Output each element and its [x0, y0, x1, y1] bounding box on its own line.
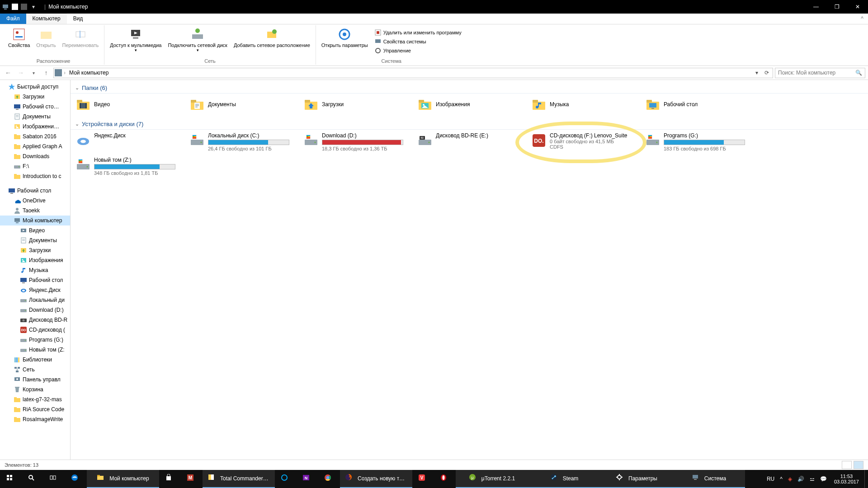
tray-lang[interactable]: RU: [765, 470, 776, 488]
nav-item[interactable]: Загрузки: [0, 92, 70, 102]
uninstall-button[interactable]: Удалить или изменить программу: [372, 28, 464, 37]
drive-item[interactable]: Яндекс.Диск: [73, 131, 187, 152]
nav-item[interactable]: Downloads: [0, 151, 70, 161]
nav-tree[interactable]: Быстрый доступЗагрузкиРабочий сто…Докуме…: [0, 80, 71, 460]
devices-section-header[interactable]: ⌄Устройства и диски (7): [71, 119, 868, 130]
drive-item[interactable]: Programs (G:)183 ГБ свободно из 698 ГБ: [643, 131, 757, 152]
folder-item[interactable]: Рабочий стол: [643, 95, 757, 113]
add-netloc-button[interactable]: Добавить сетевое расположение: [231, 25, 313, 57]
address-bar[interactable]: › Мой компьютер ▾⟳: [53, 68, 773, 78]
tab-view[interactable]: Вид: [67, 14, 90, 24]
folder-item[interactable]: Видео: [73, 95, 187, 113]
nav-item[interactable]: Taoekk: [0, 206, 70, 216]
search-input[interactable]: Поиск: Мой компьютер🔍: [775, 68, 865, 78]
taskbar-item[interactable]: Total Commander (…: [203, 470, 275, 488]
minimize-button[interactable]: —: [806, 0, 826, 14]
nav-item[interactable]: Корзина: [0, 385, 70, 394]
view-large-button[interactable]: [854, 461, 863, 469]
nav-item[interactable]: Рабочий стол: [0, 275, 70, 285]
nav-item[interactable]: DOCD-дисковод (: [0, 325, 70, 335]
nav-item[interactable]: Introduction to c: [0, 171, 70, 181]
nav-item[interactable]: Изображения: [0, 255, 70, 265]
taskbar-item[interactable]: N: [297, 470, 318, 488]
taskbar-item[interactable]: [65, 470, 87, 488]
nav-item[interactable]: Мой компьютер: [0, 216, 70, 225]
nav-item[interactable]: Сеть: [0, 365, 70, 375]
nav-item[interactable]: latex-g7-32-mas: [0, 394, 70, 404]
taskbar-item[interactable]: Система: [673, 470, 745, 488]
taskbar-item[interactable]: Создать новую те…: [340, 470, 412, 488]
nav-item[interactable]: F:\: [0, 161, 70, 171]
nav-item[interactable]: Рабочий стол: [0, 186, 70, 196]
manage-button[interactable]: Управление: [372, 46, 464, 55]
nav-item[interactable]: Документы: [0, 112, 70, 122]
taskbar-item[interactable]: [275, 470, 297, 488]
folder-item[interactable]: Изображения: [415, 95, 529, 113]
tray-action-icon[interactable]: 💬: [818, 470, 829, 488]
taskbar-item[interactable]: Мой компьютер: [87, 470, 159, 488]
taskbar-item[interactable]: [159, 470, 181, 488]
sys-props-button[interactable]: Свойства системы: [372, 37, 464, 46]
view-details-button[interactable]: [842, 461, 852, 469]
drive-item[interactable]: DO.CD-дисковод (F:) Lenovo_Suite0 байт с…: [529, 131, 643, 152]
taskbar-item[interactable]: [318, 470, 340, 488]
forward-button[interactable]: →: [15, 67, 26, 78]
drive-item[interactable]: Новый том (Z:)348 ГБ свободно из 1,81 ТБ: [73, 156, 187, 177]
nav-item[interactable]: RiA Source Code: [0, 404, 70, 414]
content-pane[interactable]: ⌄Папки (6) ВидеоДокументыЗагрузкиИзображ…: [71, 80, 868, 460]
nav-item[interactable]: Видео: [0, 225, 70, 235]
taskbar-item[interactable]: [0, 470, 22, 488]
open-settings-button[interactable]: Открыть параметры: [319, 25, 371, 57]
drive-item[interactable]: Download (D:)18,3 ГБ свободно из 1,36 ТБ: [301, 131, 415, 152]
breadcrumb[interactable]: Мой компьютер: [67, 70, 110, 76]
tray-avira-icon[interactable]: ◈: [786, 470, 794, 488]
nav-item[interactable]: Музыка: [0, 265, 70, 275]
taskbar-item[interactable]: μμTorrent 2.2.1: [456, 470, 528, 488]
folder-item[interactable]: Музыка: [529, 95, 643, 113]
qat-undo-icon[interactable]: [21, 4, 27, 10]
folders-section-header[interactable]: ⌄Папки (6): [71, 83, 868, 94]
nav-item[interactable]: OneDrive: [0, 196, 70, 206]
tray-clock[interactable]: 11:5303.03.2017: [830, 474, 863, 484]
tray-network-icon[interactable]: ⚍: [808, 470, 816, 488]
tray-volume-icon[interactable]: 🔊: [796, 470, 806, 488]
nav-item[interactable]: Новый том (Z:: [0, 345, 70, 355]
nav-item[interactable]: Библиотеки: [0, 355, 70, 365]
qat-dropdown-icon[interactable]: ▾: [30, 3, 37, 10]
nav-item[interactable]: Быстрый доступ: [0, 82, 70, 92]
folder-item[interactable]: Загрузки: [301, 95, 415, 113]
tray-expand-icon[interactable]: ^: [778, 470, 784, 488]
taskbar-item[interactable]: Steam: [528, 470, 600, 488]
ribbon-collapse-icon[interactable]: ^: [856, 14, 868, 24]
taskbar-item[interactable]: M: [181, 470, 203, 488]
nav-item[interactable]: Programs (G:): [0, 335, 70, 345]
nav-item[interactable]: Applied Graph A: [0, 141, 70, 151]
show-desktop-button[interactable]: [864, 470, 867, 488]
close-button[interactable]: ✕: [847, 0, 868, 14]
tab-file[interactable]: Файл: [0, 14, 26, 24]
nav-item[interactable]: Яндекс.Диск: [0, 285, 70, 295]
drive-item[interactable]: BDДисковод BD-RE (E:): [415, 131, 529, 152]
map-drive-button[interactable]: Подключить сетевой диск▾: [165, 25, 230, 57]
taskbar-item[interactable]: Параметры: [600, 470, 673, 488]
nav-item[interactable]: RosaImageWrite: [0, 414, 70, 424]
tab-computer[interactable]: Компьютер: [26, 14, 67, 24]
recent-button[interactable]: ▾: [28, 67, 39, 78]
up-button[interactable]: ↑: [41, 67, 52, 78]
nav-item[interactable]: Дисковод BD-R: [0, 315, 70, 325]
drive-item[interactable]: Локальный диск (C:)26,4 ГБ свободно из 1…: [187, 131, 301, 152]
taskbar-item[interactable]: [22, 470, 43, 488]
media-access-button[interactable]: Доступ к мультимедиа▾: [107, 25, 164, 57]
nav-item[interactable]: Sabaton 2016: [0, 131, 70, 141]
nav-item[interactable]: Документы: [0, 235, 70, 245]
taskbar-item[interactable]: [43, 470, 65, 488]
taskbar-item[interactable]: [434, 470, 456, 488]
properties-button[interactable]: Свойства: [5, 25, 33, 57]
refresh-icon[interactable]: ⟳: [762, 70, 772, 76]
maximize-button[interactable]: ❐: [826, 0, 847, 14]
nav-item[interactable]: Download (D:): [0, 305, 70, 315]
folder-item[interactable]: Документы: [187, 95, 301, 113]
nav-item[interactable]: Панель управл: [0, 375, 70, 385]
nav-item[interactable]: Рабочий сто…: [0, 102, 70, 112]
nav-item[interactable]: Локальный ди: [0, 295, 70, 305]
